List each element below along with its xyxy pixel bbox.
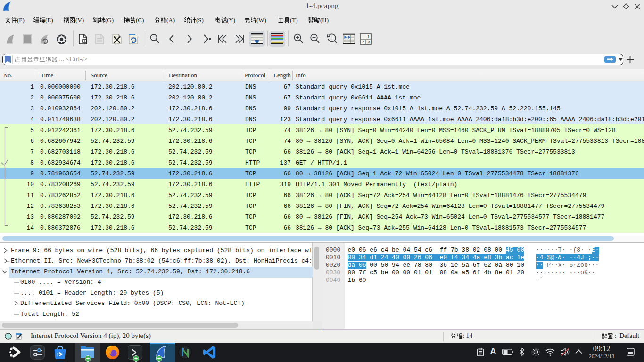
svg-text:1: 1 (367, 34, 370, 39)
svg-text:2: 2 (362, 40, 364, 44)
svg-text:3: 3 (368, 40, 370, 44)
